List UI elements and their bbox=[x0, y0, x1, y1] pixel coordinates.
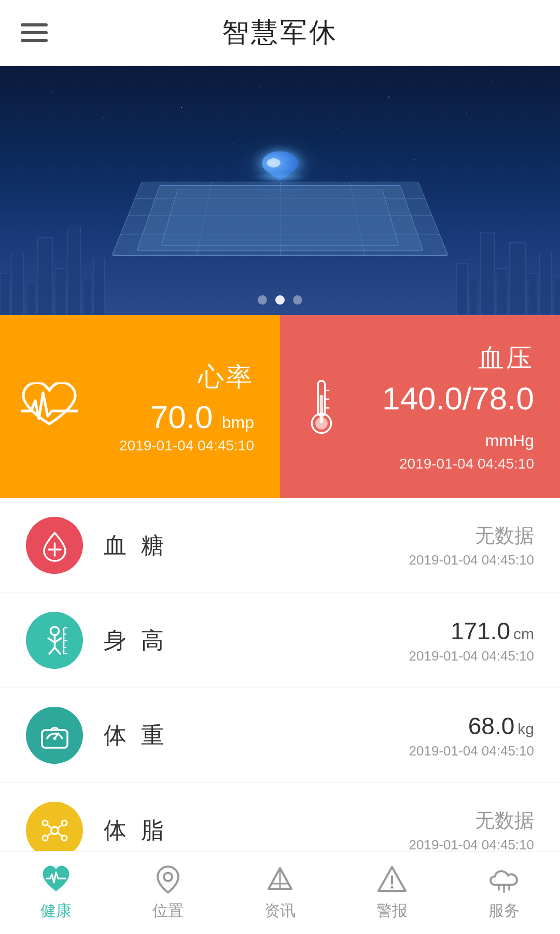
menu-line-1 bbox=[21, 23, 48, 26]
location-nav-icon bbox=[152, 864, 184, 895]
blood-sugar-time: 2019-01-04 04:45:10 bbox=[409, 552, 534, 568]
blood-sugar-item[interactable]: 血 糖 无数据 2019-01-04 04:45:10 bbox=[0, 498, 560, 593]
thermometer-icon bbox=[301, 377, 358, 436]
height-value: 171.0cm bbox=[451, 617, 534, 644]
health-nav-icon bbox=[40, 864, 72, 895]
banner-dots[interactable] bbox=[258, 295, 302, 305]
nav-alert[interactable]: 警报 bbox=[336, 851, 448, 934]
nav-alert-label: 警报 bbox=[376, 900, 408, 922]
menu-line-2 bbox=[21, 31, 48, 34]
banner-dot-1[interactable] bbox=[258, 295, 267, 305]
map-layer-3 bbox=[161, 189, 399, 246]
map-layers bbox=[106, 175, 454, 256]
svg-point-27 bbox=[43, 835, 48, 841]
nav-news-label: 资讯 bbox=[264, 900, 296, 922]
svg-point-26 bbox=[62, 820, 67, 826]
svg-line-29 bbox=[48, 825, 51, 828]
height-icon bbox=[26, 612, 83, 669]
blood-sugar-icon bbox=[26, 517, 83, 574]
app-title: 智慧军休 bbox=[222, 15, 338, 51]
weight-value: 68.0kg bbox=[468, 712, 534, 739]
blood-sugar-no-data: 无数据 bbox=[475, 525, 534, 546]
svg-point-9 bbox=[50, 627, 59, 635]
pin-glow bbox=[251, 172, 309, 182]
menu-button[interactable] bbox=[21, 23, 48, 42]
weight-item[interactable]: 体 重 68.0kg 2019-01-04 04:45:10 bbox=[0, 688, 560, 783]
weight-name: 体 重 bbox=[104, 720, 388, 751]
banner-dot-2[interactable] bbox=[275, 295, 285, 305]
nav-health[interactable]: 健康 bbox=[0, 851, 112, 934]
menu-line-3 bbox=[21, 39, 48, 42]
height-time: 2019-01-04 04:45:10 bbox=[409, 648, 534, 664]
map-visualization bbox=[99, 107, 461, 273]
body-fat-no-data: 无数据 bbox=[475, 809, 534, 831]
alert-nav-icon bbox=[376, 864, 408, 895]
height-name: 身 高 bbox=[104, 625, 388, 656]
location-pin bbox=[261, 151, 299, 175]
svg-line-14 bbox=[54, 648, 60, 654]
heart-rate-card[interactable]: 心率 70.0 bmp 2019-01-04 04:45:10 bbox=[0, 315, 280, 498]
svg-rect-3 bbox=[320, 394, 324, 423]
svg-point-37 bbox=[164, 873, 172, 881]
body-fat-right: 无数据 2019-01-04 04:45:10 bbox=[409, 807, 534, 853]
svg-point-43 bbox=[391, 886, 394, 889]
blood-sugar-name: 血 糖 bbox=[104, 530, 388, 561]
heart-rate-icon bbox=[21, 382, 78, 431]
blood-sugar-right: 无数据 2019-01-04 04:45:10 bbox=[409, 523, 534, 568]
body-fat-name: 体 脂 bbox=[104, 815, 388, 846]
city-left bbox=[0, 222, 104, 315]
blood-pressure-value: 140.0/78.0 mmHg bbox=[368, 380, 534, 454]
blood-pressure-time: 2019-01-04 04:45:10 bbox=[368, 456, 534, 472]
svg-line-31 bbox=[48, 833, 51, 836]
nav-service-label: 服务 bbox=[488, 900, 520, 922]
blood-pressure-label: 血压 bbox=[368, 341, 534, 376]
nav-location[interactable]: 位置 bbox=[112, 851, 224, 934]
weight-right: 68.0kg 2019-01-04 04:45:10 bbox=[409, 712, 534, 759]
weight-time: 2019-01-04 04:45:10 bbox=[409, 743, 534, 759]
bottom-nav: 健康 位置 资讯 bbox=[0, 851, 560, 934]
weight-icon bbox=[26, 707, 83, 764]
svg-point-23 bbox=[53, 737, 56, 740]
news-nav-icon bbox=[264, 864, 296, 895]
nav-news[interactable]: 资讯 bbox=[224, 851, 336, 934]
blood-pressure-content: 血压 140.0/78.0 mmHg 2019-01-04 04:45:10 bbox=[368, 341, 534, 472]
nav-health-label: 健康 bbox=[40, 900, 72, 922]
banner bbox=[0, 66, 560, 315]
heart-rate-label: 心率 bbox=[88, 360, 254, 394]
svg-line-32 bbox=[58, 833, 62, 836]
body-fat-icon bbox=[26, 802, 83, 859]
height-right: 171.0cm 2019-01-04 04:45:10 bbox=[409, 617, 534, 664]
svg-point-25 bbox=[43, 820, 48, 826]
service-nav-icon bbox=[488, 864, 520, 895]
health-cards: 心率 70.0 bmp 2019-01-04 04:45:10 bbox=[0, 315, 560, 498]
svg-line-11 bbox=[48, 638, 55, 642]
heart-rate-content: 心率 70.0 bmp 2019-01-04 04:45:10 bbox=[88, 360, 254, 454]
svg-line-12 bbox=[54, 638, 61, 642]
header: 智慧军休 bbox=[0, 0, 560, 66]
heart-rate-time: 2019-01-04 04:45:10 bbox=[88, 437, 254, 454]
nav-service[interactable]: 服务 bbox=[448, 851, 560, 934]
svg-point-24 bbox=[51, 827, 58, 834]
blood-pressure-card[interactable]: 血压 140.0/78.0 mmHg 2019-01-04 04:45:10 bbox=[280, 315, 560, 498]
nav-location-label: 位置 bbox=[152, 900, 184, 922]
heart-rate-value: 70.0 bmp bbox=[88, 399, 254, 435]
height-item[interactable]: 身 高 171.0cm 2019-01-04 04:45:10 bbox=[0, 593, 560, 688]
svg-line-13 bbox=[49, 648, 55, 654]
city-right bbox=[456, 222, 560, 315]
svg-point-28 bbox=[62, 835, 67, 841]
banner-dot-3[interactable] bbox=[293, 295, 302, 305]
svg-line-30 bbox=[58, 825, 62, 828]
